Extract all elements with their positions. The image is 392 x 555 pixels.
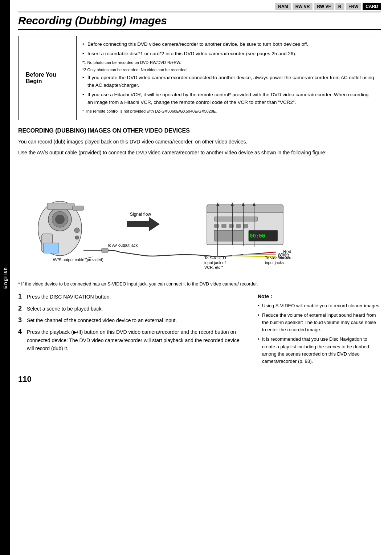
diagram-svg: Signal flow To AV output jack AV/S outpu… (18, 163, 381, 276)
step-2-text: Select a scene to be played back. (27, 305, 247, 313)
video-audio-label: To video/audio (265, 256, 291, 260)
step-3-num: 3 (18, 316, 26, 324)
signal-flow-arrow (127, 217, 160, 231)
svg-marker-29 (253, 202, 256, 206)
note-item-3: It is recommended that you use Disc Navi… (258, 336, 381, 365)
svg-rect-17 (221, 224, 226, 228)
nav-r: R (335, 3, 344, 10)
note-item-2: Reduce the volume of external input soun… (258, 312, 381, 333)
svg-text:00:00: 00:00 (250, 233, 265, 239)
svg-rect-6 (73, 206, 83, 210)
footnote-1: *1 No photo can be recorded on DVD-RW/DV… (82, 60, 375, 66)
signal-flow-label: Signal flow (130, 212, 151, 217)
svg-rect-21 (214, 230, 243, 241)
steps-list: 1 Press the DISC NAVIGATION button. 2 Se… (18, 293, 247, 367)
note-box: Note： Using S-VIDEO will enable you to r… (258, 293, 381, 367)
svg-rect-15 (214, 217, 258, 221)
step-3: 3 Set the channel of the connected video… (18, 316, 247, 324)
vcr-label: VCR, etc.* (204, 265, 223, 270)
svg-rect-5 (47, 203, 74, 210)
footnote-3: * The remote control is not provided wit… (82, 108, 375, 114)
nav-card: CARD (363, 3, 381, 10)
step-2-num: 2 (18, 305, 26, 313)
s-video-label: To S-VIDEO (204, 256, 226, 260)
svg-rect-20 (243, 224, 248, 228)
nav-ram: RAM (275, 3, 291, 10)
step-4: 4 Press the playback (▶/II) button on th… (18, 328, 247, 352)
nav-rwvr: RW VR (293, 3, 313, 10)
diagram-footnote: * If the video device to be connected ha… (18, 281, 381, 288)
section-heading: RECORDING (DUBBING) IMAGES ON OTHER VIDE… (18, 127, 381, 134)
note-title: Note： (258, 293, 381, 301)
footnote-2: *2 Only photos can be recorded: No video… (82, 67, 375, 73)
intro-bullet-3: If you operate the DVD video camera/reco… (82, 74, 375, 89)
body-para-2: Use the AV/S output cable (provided) to … (18, 149, 381, 157)
svg-rect-19 (236, 224, 241, 228)
step-1: 1 Press the DISC NAVIGATION button. (18, 293, 247, 301)
note-item-1: Using S-VIDEO will enable you to record … (258, 302, 381, 309)
step-2: 2 Select a scene to be played back. (18, 305, 247, 313)
svg-rect-7 (44, 243, 59, 253)
input-jack-label: input jack of (204, 260, 226, 265)
svg-rect-16 (214, 224, 219, 228)
intro-box-content: Before connecting this DVD video camera/… (77, 36, 381, 120)
nav-plusrw: +RW (346, 3, 362, 10)
svg-rect-18 (229, 224, 234, 228)
nav-rwvf: RW VF (314, 3, 334, 10)
top-nav-bar: RAM RW VR RW VF R +RW CARD (18, 0, 381, 12)
svg-rect-11 (102, 248, 108, 252)
step-3-text: Set the channel of the connected video d… (27, 316, 247, 324)
camcorder-illustration (38, 201, 83, 256)
body-para-1: You can record (dub) images played back … (18, 138, 381, 146)
svg-marker-31 (216, 202, 219, 206)
svg-line-32 (254, 252, 276, 254)
vcr-illustration: 00:00 (207, 205, 283, 245)
page-number: 110 (18, 374, 381, 384)
svg-point-9 (75, 236, 79, 239)
input-jacks-label: input jacks (265, 260, 284, 265)
steps-container: 1 Press the DISC NAVIGATION button. 2 Se… (18, 293, 381, 367)
intro-bullet-4: If you use a Hitachi VCR, it will be ope… (82, 91, 375, 106)
intro-bullet-1: Before connecting this DVD video camera/… (82, 41, 375, 48)
svg-rect-14 (207, 205, 283, 213)
intro-box-label: Before You Begin (19, 36, 77, 120)
svg-marker-27 (242, 202, 245, 206)
step-1-num: 1 (18, 293, 26, 301)
intro-bullet-2: Insert a recordable disc*1 or card*2 int… (82, 50, 375, 58)
svg-point-8 (74, 228, 79, 233)
step-4-num: 4 (18, 328, 26, 336)
svg-point-3 (55, 215, 65, 224)
avs-cable-label: AV/S output cable (provided) (53, 258, 103, 262)
av-output-label: To AV output jack (107, 243, 138, 247)
diagram-area: Signal flow To AV output jack AV/S outpu… (18, 163, 381, 276)
page-title: Recording (Dubbing) Images (18, 15, 381, 30)
intro-box: Before You Begin Before connecting this … (18, 36, 381, 120)
step-4-text: Press the playback (▶/II) button on this… (27, 328, 247, 352)
step-1-text: Press the DISC NAVIGATION button. (27, 293, 247, 301)
side-language-label: English (0, 0, 10, 555)
svg-marker-25 (231, 202, 234, 206)
